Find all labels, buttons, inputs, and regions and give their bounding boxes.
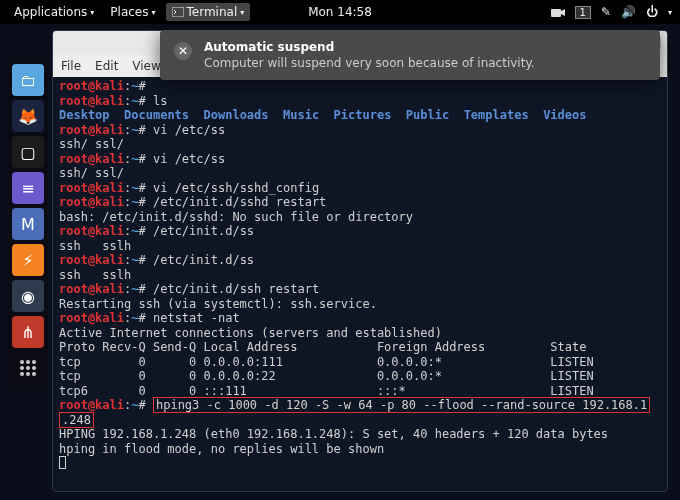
places-label: Places	[110, 5, 148, 19]
terminal-menu-label: Terminal	[187, 5, 238, 19]
terminal-menu[interactable]: Terminal ▾	[166, 3, 251, 21]
notification-title: Automatic suspend	[204, 40, 535, 54]
chevron-down-icon: ▾	[151, 8, 155, 17]
metasploit-icon[interactable]: M	[12, 208, 44, 240]
activities-icon[interactable]	[12, 352, 44, 384]
wireshark-icon[interactable]: ◉	[12, 280, 44, 312]
highlighted-command-wrap: .248	[59, 412, 94, 428]
clock[interactable]: Mon 14:58	[308, 5, 372, 19]
menu-file[interactable]: File	[61, 59, 81, 73]
menu-view[interactable]: View	[132, 59, 160, 73]
terminal-body[interactable]: root@kali:~# root@kali:~# lsDesktop Docu…	[53, 77, 667, 491]
maltego-icon[interactable]: ⋔	[12, 316, 44, 348]
top-panel: Applications ▾ Places ▾ Terminal ▾ Mon 1…	[0, 0, 680, 24]
top-panel-right: 1 ✎ 🔊 ⏻ ▾	[551, 5, 672, 19]
chevron-down-icon: ▾	[668, 8, 672, 17]
highlighted-command: hping3 -c 1000 -d 120 -S -w 64 -p 80 --f…	[153, 397, 650, 413]
svg-rect-0	[172, 7, 184, 17]
notification-message: Computer will suspend very soon because …	[204, 56, 535, 70]
notification[interactable]: ✕ Automatic suspend Computer will suspen…	[160, 30, 660, 80]
files-icon[interactable]: 🗀	[12, 64, 44, 96]
text-editor-icon[interactable]: ≡	[12, 172, 44, 204]
dock: 🗀🦊▢≡M⚡◉⋔	[8, 60, 48, 388]
applications-label: Applications	[14, 5, 87, 19]
chevron-down-icon: ▾	[90, 8, 94, 17]
power-icon[interactable]: ⏻	[646, 5, 658, 19]
applications-menu[interactable]: Applications ▾	[8, 3, 100, 21]
top-panel-left: Applications ▾ Places ▾ Terminal ▾	[8, 3, 250, 21]
places-menu[interactable]: Places ▾	[104, 3, 161, 21]
apps-grid-icon	[20, 360, 36, 376]
workspace-indicator[interactable]: 1	[575, 6, 591, 19]
camera-icon[interactable]	[551, 7, 565, 18]
firefox-icon[interactable]: 🦊	[12, 100, 44, 132]
notification-text: Automatic suspend Computer will suspend …	[204, 40, 535, 70]
cancel-icon: ✕	[174, 42, 192, 60]
screenshot-icon[interactable]: ✎	[601, 5, 611, 19]
terminal-icon[interactable]: ▢	[12, 136, 44, 168]
terminal-cursor	[59, 456, 66, 469]
svg-rect-1	[551, 9, 561, 17]
volume-icon[interactable]: 🔊	[621, 5, 636, 19]
terminal-window: – □ × FileEditView root@kali:~# root@kal…	[52, 30, 668, 492]
chevron-down-icon: ▾	[240, 8, 244, 17]
terminal-glyph-icon	[172, 7, 184, 17]
menu-edit[interactable]: Edit	[95, 59, 118, 73]
burp-icon[interactable]: ⚡	[12, 244, 44, 276]
